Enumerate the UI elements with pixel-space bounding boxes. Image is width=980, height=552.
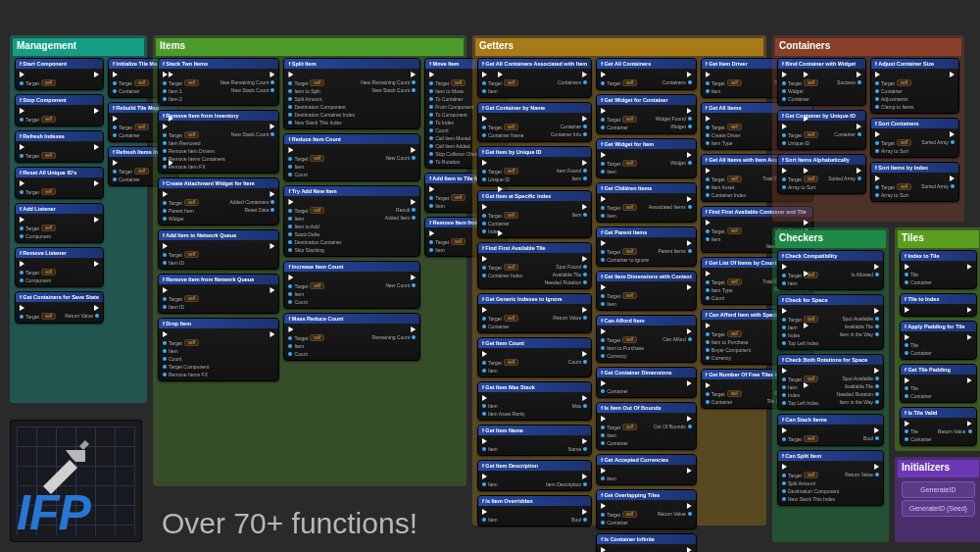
node-pin[interactable]: Spot Available xyxy=(842,316,879,322)
node-pin[interactable] xyxy=(270,287,274,293)
node-pin[interactable]: Available Tile xyxy=(553,272,587,277)
node-pin[interactable] xyxy=(482,395,525,401)
node-pin[interactable] xyxy=(706,323,751,328)
node-pin[interactable]: Tile xyxy=(905,428,932,434)
node-pin[interactable]: Unique ID xyxy=(482,176,518,182)
node-pin[interactable] xyxy=(782,72,818,77)
node-pin[interactable]: Remove Items Containers xyxy=(163,156,225,162)
node-pin[interactable] xyxy=(905,264,932,270)
node-pin[interactable] xyxy=(782,464,839,470)
blueprint-node[interactable]: f Get Item NameItemName xyxy=(477,425,592,456)
blueprint-node[interactable]: f Get Item by Unique IDTargetselfUnique … xyxy=(477,146,592,186)
node-pin[interactable]: Targetself xyxy=(706,79,742,86)
node-pin[interactable]: Is Allowed xyxy=(852,272,880,277)
node-pin[interactable]: Targetself xyxy=(20,269,56,276)
node-pin[interactable]: Item xyxy=(706,88,742,94)
node-pin[interactable]: Sorted Array xyxy=(828,176,861,181)
node-pin[interactable]: Container xyxy=(482,324,518,329)
node-pin[interactable]: Item xyxy=(163,348,209,354)
node-pin[interactable]: Item xyxy=(429,203,466,209)
node-pin[interactable] xyxy=(163,287,199,293)
node-pin[interactable]: Targetself xyxy=(706,124,742,130)
blueprint-node[interactable]: f Get Parent ItemsTargetselfContainer to… xyxy=(596,226,697,267)
node-pin[interactable]: Out Of Bounds xyxy=(654,424,692,429)
node-pin[interactable]: Bool xyxy=(571,517,587,523)
node-pin[interactable]: Tile xyxy=(905,342,932,348)
node-pin[interactable] xyxy=(687,240,692,246)
node-pin[interactable] xyxy=(601,328,644,334)
node-pin[interactable]: New Stack Count xyxy=(231,131,275,137)
node-pin[interactable]: Destination Container Index xyxy=(288,112,355,118)
blueprint-node[interactable]: f Increase Item CountTargetselfItemCount… xyxy=(283,261,420,309)
blueprint-node[interactable]: f Get Container by NameTargetselfContain… xyxy=(477,102,592,142)
node-pin[interactable]: Remove Item FX xyxy=(163,164,225,170)
blueprint-node[interactable]: f Add Item to Network QueueTargetselfIte… xyxy=(158,229,279,270)
node-pin[interactable] xyxy=(875,131,911,137)
node-pin[interactable]: Sorted Array xyxy=(921,183,955,189)
node-pin[interactable]: Item xyxy=(601,213,637,219)
node-pin[interactable]: Item xyxy=(288,291,324,297)
blueprint-node[interactable]: f Try Add New ItemTargetselfItemItem to … xyxy=(283,185,420,257)
node-pin[interactable]: Widget xyxy=(670,124,692,129)
blueprint-node[interactable]: f Get Widget for ItemTargetselfItemWidge… xyxy=(596,138,697,178)
node-pin[interactable]: Array to Sort xyxy=(875,192,911,198)
node-pin[interactable]: Item Found xyxy=(557,168,587,174)
node-pin[interactable]: Item Type xyxy=(706,287,742,293)
node-pin[interactable] xyxy=(163,72,199,77)
node-pin[interactable]: Targetself xyxy=(782,272,818,278)
blueprint-node[interactable]: f Get Container by Unique IDTargetselfUn… xyxy=(777,110,866,150)
blueprint-node[interactable]: f Reduce Item CountTargetselfItemCountNe… xyxy=(283,133,420,181)
node-pin[interactable]: Added Item xyxy=(385,215,416,221)
node-pin[interactable]: New Remaining Count xyxy=(220,79,274,85)
node-pin[interactable] xyxy=(875,72,914,77)
node-pin[interactable]: Component xyxy=(20,233,56,239)
node-pin[interactable] xyxy=(905,421,932,427)
node-pin[interactable] xyxy=(601,284,637,290)
node-pin[interactable] xyxy=(601,108,637,114)
node-pin[interactable] xyxy=(857,72,861,77)
node-pin[interactable]: Available Tile xyxy=(845,383,879,389)
node-pin[interactable]: Item xyxy=(782,384,818,390)
blueprint-node[interactable]: f Split ItemTargetselfItem to SplitSplit… xyxy=(283,58,420,129)
node-pin[interactable]: Max xyxy=(572,403,587,409)
node-pin[interactable] xyxy=(875,176,911,181)
node-pin[interactable]: Item xyxy=(482,446,498,452)
node-pin[interactable]: Container xyxy=(782,96,818,102)
node-pin[interactable]: Can Afford xyxy=(662,336,692,342)
blueprint-node[interactable]: f Stack Two ItemsTargetselfItem 1Item 2N… xyxy=(158,58,279,106)
node-pin[interactable]: New Stack This Index xyxy=(288,120,355,125)
node-pin[interactable]: Item 2 xyxy=(163,96,199,102)
node-pin[interactable] xyxy=(582,307,587,313)
node-pin[interactable]: Targetself xyxy=(875,183,911,190)
node-pin[interactable] xyxy=(482,307,518,313)
node-pin[interactable]: Return Value xyxy=(658,511,692,517)
node-pin[interactable]: Name xyxy=(568,446,587,452)
node-pin[interactable] xyxy=(582,395,587,401)
blueprint-node[interactable]: f Is Item OverriddenItemBool xyxy=(477,495,592,527)
node-pin[interactable]: Container xyxy=(905,350,932,356)
node-pin[interactable] xyxy=(950,131,955,137)
node-pin[interactable]: Targetself xyxy=(706,278,742,285)
node-pin[interactable] xyxy=(582,204,587,210)
blueprint-node[interactable]: f Stop ComponentTargetself xyxy=(15,94,104,126)
node-pin[interactable]: Targetself xyxy=(163,339,209,346)
blueprint-node[interactable]: f Remove Item from InventoryTargetselfIt… xyxy=(158,110,279,174)
node-pin[interactable]: Container xyxy=(905,393,932,399)
node-pin[interactable] xyxy=(582,116,587,122)
node-pin[interactable] xyxy=(601,416,637,422)
node-pin[interactable]: Parent Item xyxy=(163,208,199,214)
blueprint-node[interactable]: f Refresh IndexesTargetself xyxy=(15,130,104,163)
node-pin[interactable]: Top Left Index xyxy=(782,400,818,406)
node-pin[interactable] xyxy=(782,368,818,374)
node-pin[interactable] xyxy=(601,547,628,552)
node-pin[interactable]: Spot Available xyxy=(842,376,879,381)
node-pin[interactable]: Targetself xyxy=(482,264,522,271)
node-pin[interactable] xyxy=(967,421,972,427)
node-pin[interactable]: Item to Split xyxy=(288,88,355,94)
node-pin[interactable]: Item xyxy=(482,88,518,94)
initializer-button[interactable]: GenerateID xyxy=(902,481,975,498)
node-pin[interactable]: Item xyxy=(288,343,324,349)
node-pin[interactable]: Item 1 xyxy=(163,88,199,94)
node-pin[interactable] xyxy=(706,168,746,174)
node-pin[interactable] xyxy=(582,438,587,444)
